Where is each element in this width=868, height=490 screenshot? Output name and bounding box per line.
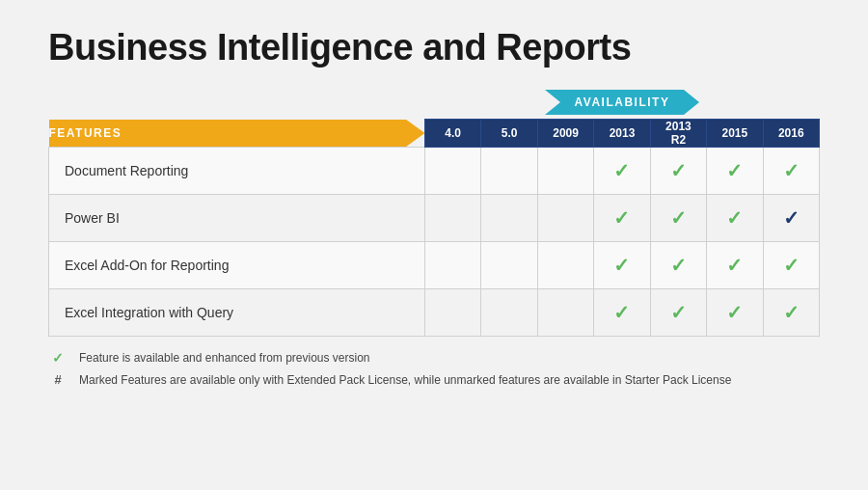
check-cell [537,148,593,195]
check-cell [481,195,537,242]
check-cell: ✓ [707,195,763,242]
check-green-icon: ✓ [670,160,687,181]
table-row: Excel Add-On for Reporting✓✓✓✓ [49,242,820,289]
check-green-icon: ✓ [670,302,687,323]
check-cell [425,148,481,195]
check-cell [425,195,481,242]
check-cell [425,242,481,289]
page-title: Business Intelligence and Reports [48,27,820,68]
check-cell: ✓ [650,195,706,242]
feature-name-cell: Excel Integration with Query [49,289,425,337]
version-header-2013r2: 2013R2 [650,120,706,148]
version-header-2009: 2009 [537,120,593,148]
slide: Business Intelligence and Reports AVAILA… [0,0,868,490]
check-cell [537,195,593,242]
check-green-icon: ✓ [613,302,630,323]
version-header-50: 5.0 [481,120,537,148]
check-green-icon: ✓ [670,207,687,229]
version-header-2015: 2015 [707,120,763,148]
table-row: Document Reporting✓✓✓✓ [49,148,820,195]
check-cell: ✓ [707,148,763,195]
check-cell: ✓ [763,195,819,242]
version-header-2013: 2013 [594,120,650,148]
check-cell: ✓ [594,242,650,289]
check-cell: ✓ [650,289,706,337]
version-header-2016: 2016 [763,120,819,148]
check-cell: ✓ [650,148,706,195]
hash-icon: # [48,372,68,387]
table-row: Power BI✓✓✓✓ [49,195,820,242]
header-row: FEATURES 4.0 5.0 2009 2013 2013R2 2015 2… [49,120,820,148]
check-green-icon: ✓ [726,160,743,181]
legend-text: Feature is available and enhanced from p… [79,350,370,367]
check-green-icon: ✓ [670,255,687,276]
check-cell [537,289,593,337]
check-cell [537,242,593,289]
table-body: Document Reporting✓✓✓✓Power BI✓✓✓✓Excel … [49,148,820,337]
feature-name-cell: Power BI [49,195,425,242]
legend-item: ✓Feature is available and enhanced from … [48,350,820,367]
table-row: Excel Integration with Query✓✓✓✓ [49,289,820,337]
check-legend-icon: ✓ [48,350,68,366]
availability-cell: AVAILABILITY [425,90,820,120]
check-green-icon: ✓ [783,255,800,276]
check-green-icon: ✓ [726,302,743,323]
availability-banner: AVAILABILITY [545,90,699,115]
check-cell: ✓ [763,148,819,195]
check-green-icon: ✓ [613,207,630,229]
legend-text: Marked Features are available only with … [79,372,731,389]
check-cell: ✓ [707,289,763,337]
check-green-icon: ✓ [783,160,800,181]
check-blue-icon: ✓ [783,207,800,229]
check-green-icon: ✓ [726,207,743,229]
check-green-icon: ✓ [726,255,743,276]
legend-item: #Marked Features are available only with… [48,372,820,389]
check-cell [481,242,537,289]
check-green-icon: ✓ [613,255,630,276]
check-cell: ✓ [763,289,819,337]
feature-name-cell: Document Reporting [49,148,425,195]
empty-avail-cell [49,90,425,120]
version-header-40: 4.0 [425,120,481,148]
legend-section: ✓Feature is available and enhanced from … [48,350,820,389]
check-green-icon: ✓ [613,160,630,181]
check-cell: ✓ [594,289,650,337]
feature-table: AVAILABILITY FEATURES 4.0 5.0 2009 2013 … [48,90,820,337]
check-cell: ✓ [594,148,650,195]
check-cell [425,289,481,337]
check-green-icon: ✓ [783,302,800,323]
check-cell: ✓ [763,242,819,289]
check-cell: ✓ [594,195,650,242]
availability-row: AVAILABILITY [49,90,820,120]
check-cell [481,289,537,337]
check-cell: ✓ [650,242,706,289]
features-header: FEATURES [49,120,425,148]
check-cell: ✓ [707,242,763,289]
check-cell [481,148,537,195]
feature-name-cell: Excel Add-On for Reporting [49,242,425,289]
